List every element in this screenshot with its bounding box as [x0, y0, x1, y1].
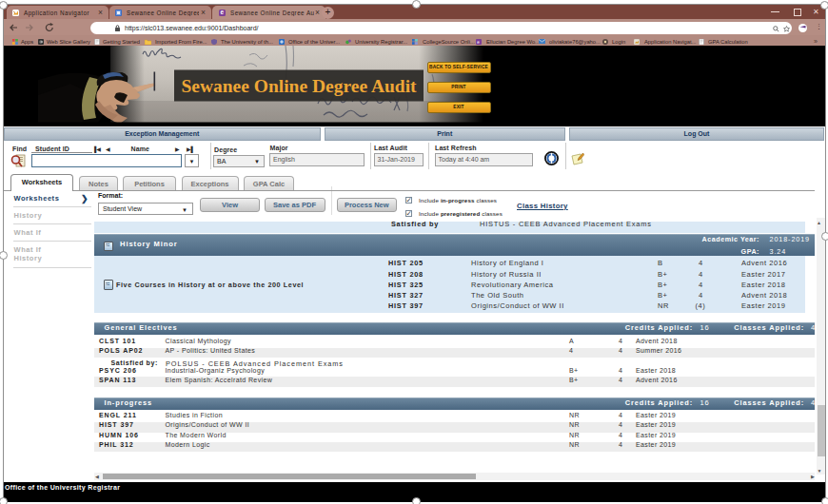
- svg-text:Sewanee Online Degree Audit: Sewanee Online Degree Audit: [181, 75, 417, 95]
